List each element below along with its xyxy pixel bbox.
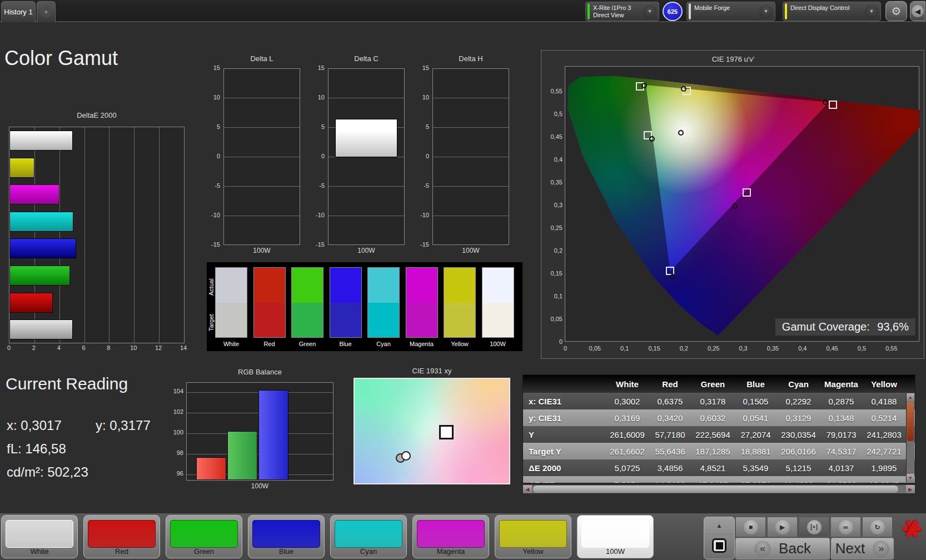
y-tick-label: -10 xyxy=(306,212,325,218)
vertical-scroll-thumb[interactable] xyxy=(907,402,914,441)
swatch-target xyxy=(406,303,437,338)
pattern-button-red[interactable]: Red xyxy=(83,515,160,558)
rgb-balance-title: RGB Balance xyxy=(186,368,333,376)
swatch-actual xyxy=(330,268,361,303)
pattern-button-yellow[interactable]: Yellow xyxy=(495,515,571,558)
pattern-button-white[interactable]: White xyxy=(1,515,78,558)
x-tick-label: 0,25 xyxy=(703,345,725,352)
delta_c-title: Delta C xyxy=(328,54,405,63)
pattern-up-button[interactable]: ▲ xyxy=(704,517,734,534)
play-button[interactable]: ▶ xyxy=(767,517,798,537)
scroll-up-button[interactable]: ▲ xyxy=(907,393,914,402)
swatch-label: Green xyxy=(291,341,323,347)
deltae2000-chart xyxy=(9,127,185,343)
swatch-magenta xyxy=(406,267,438,338)
meter-badge[interactable]: 625 xyxy=(663,2,683,21)
scroll-down-button[interactable]: ▼ xyxy=(907,474,914,482)
tab-history-1[interactable]: History 1 xyxy=(1,1,36,22)
pattern-button-label: 100W xyxy=(577,547,653,556)
frame-button[interactable]: [+] xyxy=(799,517,829,537)
swatch-target xyxy=(216,303,247,338)
pattern-button-magenta[interactable]: Magenta xyxy=(412,515,489,558)
target-marker-magenta xyxy=(743,188,751,197)
scroll-left-button[interactable]: ◀ xyxy=(523,485,532,493)
next-button[interactable]: Next » xyxy=(831,538,894,559)
swatch-cyan xyxy=(367,267,400,338)
y-tick-label: 0,5 xyxy=(542,111,562,117)
gridline xyxy=(224,98,300,98)
pattern-swatch xyxy=(6,520,73,548)
measured-marker-green xyxy=(641,83,647,88)
y-tick-label: 100 xyxy=(167,429,183,436)
gridline xyxy=(433,127,509,128)
table-row-2[interactable]: y: CIE310,31690,34200,60320,05410,31290,… xyxy=(523,409,915,426)
y-tick-label: -15 xyxy=(306,241,325,248)
pattern-button-label: Green xyxy=(166,547,242,556)
stop-button[interactable]: ■ xyxy=(735,517,766,537)
table-horizontal-scrollbar[interactable]: ◀ ▶ xyxy=(522,484,915,494)
swatch-actual xyxy=(444,268,475,303)
y-tick-label: 0 xyxy=(542,338,562,345)
y-tick-label: 0,1 xyxy=(542,293,562,299)
pattern-button-cyan[interactable]: Cyan xyxy=(330,515,407,558)
source-dropdown[interactable]: Mobile Forge ▼ xyxy=(686,2,775,21)
table-vertical-scrollbar[interactable]: ▲ ▼ xyxy=(906,393,914,482)
table-row-1[interactable]: x: CIE310,30020,63750,31780,15050,22920,… xyxy=(523,393,915,409)
pattern-button-green[interactable]: Green xyxy=(166,515,242,558)
table-row-6[interactable]: ΔE ITP7,537114,642817,243727,807111,4290… xyxy=(523,476,915,483)
delta_h-title: Delta H xyxy=(432,54,509,63)
target-label: Target xyxy=(208,307,216,339)
cie1976-plot: Gamut Coverage: 93,6% xyxy=(565,66,919,342)
gridline xyxy=(433,98,509,98)
gridline xyxy=(224,157,300,157)
current-reading-title: Current Reading xyxy=(6,374,128,393)
gridline xyxy=(84,127,85,343)
collapse-panel-button[interactable]: ◀ xyxy=(910,1,925,21)
rgb-balance-chart xyxy=(186,382,333,481)
loop-button[interactable]: ∞ xyxy=(830,517,861,537)
measured-marker-1 xyxy=(401,451,411,461)
refresh-button[interactable]: ↻ xyxy=(862,517,893,537)
y-tick-label: 5 xyxy=(201,123,220,130)
x-tick-label: 0 xyxy=(554,345,576,352)
rgb-bar-blue xyxy=(258,390,288,480)
pattern-button-label: Magenta xyxy=(413,547,489,556)
cie1931-plot xyxy=(354,378,510,484)
pattern-button-blue[interactable]: Blue xyxy=(248,515,325,558)
deltae2000-title: DeltaE 2000 xyxy=(9,111,185,119)
column-header-yellow: Yellow xyxy=(863,379,905,389)
x-tick-label: 0,55 xyxy=(880,345,903,352)
rgb-bar-red xyxy=(196,457,226,481)
swatch-actual xyxy=(406,268,437,303)
display-control-dropdown[interactable]: Direct Display Control ▼ xyxy=(783,2,881,21)
swatch-target xyxy=(330,303,361,338)
scroll-right-button[interactable]: ▶ xyxy=(906,485,915,493)
horizontal-scroll-thumb[interactable] xyxy=(533,486,898,493)
reading-x: x: 0,3017 xyxy=(7,418,62,433)
top-bar: History 1 + X-Rite i1Pro 3Direct View ▼ … xyxy=(0,0,926,22)
measurement-table: WhiteRedGreenBlueCyanMagentaYellow x: CI… xyxy=(522,374,915,483)
reading-fl: fL: 146,58 xyxy=(7,441,66,457)
pattern-button-100w[interactable]: 100W xyxy=(577,515,654,558)
gamut-coverage-label: Gamut Coverage: xyxy=(782,321,870,333)
table-row-3[interactable]: Y261,600957,7180222,569427,2074230,03547… xyxy=(523,426,915,443)
table-row-5[interactable]: ΔE 20005,07253,48564,85215,35495,12154,0… xyxy=(523,459,915,476)
pattern-window-button[interactable] xyxy=(712,538,726,553)
gamut-coverage: Gamut Coverage: 93,6% xyxy=(775,318,915,336)
delta_h-x-label: 100W xyxy=(432,247,509,254)
x-tick-label: 0,4 xyxy=(791,345,814,352)
y-tick-label: 0,15 xyxy=(542,270,562,277)
table-header-row: WhiteRedGreenBlueCyanMagentaYellow xyxy=(523,375,915,393)
alert-asterisk-icon[interactable] xyxy=(900,517,924,540)
settings-button[interactable]: ⚙ xyxy=(885,1,907,21)
x-tick-label: 0 xyxy=(3,344,14,351)
table-row-4[interactable]: Target Y261,660255,6436187,128518,888120… xyxy=(523,443,915,459)
back-button[interactable]: « Back xyxy=(735,538,830,559)
gamut-coverage-value: 93,6% xyxy=(877,321,909,333)
x-tick-label: 0,35 xyxy=(762,345,784,352)
arrow-right-icon: ▶ xyxy=(909,487,913,492)
y-tick-label: 0,25 xyxy=(542,224,562,231)
column-header-red: Red xyxy=(649,379,691,389)
new-tab-button[interactable]: + xyxy=(37,1,56,22)
meter-dropdown[interactable]: X-Rite i1Pro 3Direct View ▼ xyxy=(585,2,659,21)
